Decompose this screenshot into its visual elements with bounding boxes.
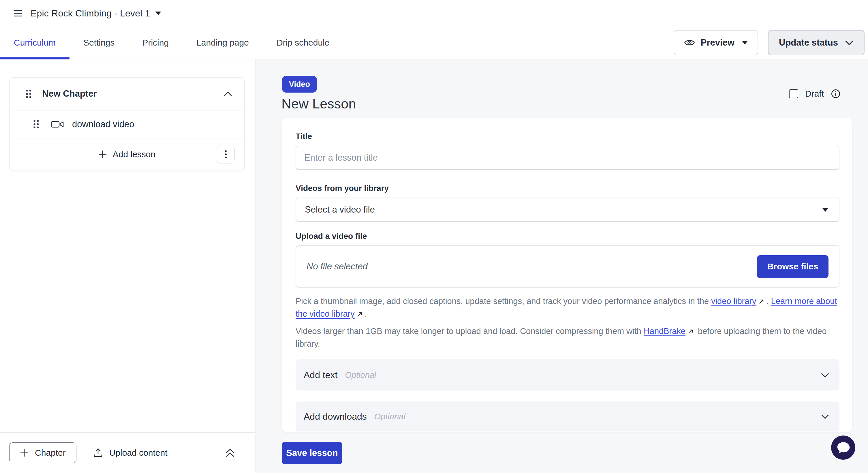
add-downloads-accordion[interactable]: Add downloads Optional — [296, 402, 839, 432]
upload-field-label: Upload a video file — [296, 231, 839, 241]
help-text-segment: Videos larger than 1GB may take longer t… — [296, 326, 644, 336]
chevron-down-icon — [820, 372, 830, 378]
chevron-up-icon[interactable] — [223, 91, 232, 97]
chapter-card: New Chapter download video — [9, 77, 245, 170]
sidebar-footer: Chapter Upload content — [0, 432, 255, 473]
chapter-options-button[interactable] — [217, 145, 235, 164]
video-camera-icon — [51, 120, 64, 129]
plus-icon — [20, 448, 29, 457]
tab-landing-page[interactable]: Landing page — [183, 27, 263, 59]
course-title[interactable]: Epic Rock Climbing - Level 1 — [31, 8, 150, 19]
external-link-icon — [758, 298, 765, 305]
top-bar: Epic Rock Climbing - Level 1 — [0, 0, 868, 27]
lesson-editor-panel: Video New Lesson Draft Title Videos from… — [255, 59, 868, 473]
tab-pricing[interactable]: Pricing — [128, 27, 183, 59]
course-dropdown-caret-icon[interactable] — [155, 11, 161, 15]
lesson-type-badge: Video — [282, 76, 317, 93]
lesson-title-input[interactable] — [296, 146, 839, 170]
preview-caret-icon — [742, 41, 748, 44]
curriculum-sidebar: New Chapter download video — [0, 59, 255, 473]
chapter-footer-row: Add lesson — [9, 138, 244, 170]
select-caret-icon — [822, 208, 829, 212]
add-lesson-label: Add lesson — [113, 149, 155, 159]
tab-curriculum[interactable]: Curriculum — [0, 27, 69, 59]
library-field-label: Videos from your library — [296, 184, 839, 193]
plus-icon — [98, 150, 107, 159]
add-chapter-button[interactable]: Chapter — [9, 442, 76, 463]
help-text-segment: . — [766, 296, 771, 306]
title-field-label: Title — [296, 132, 839, 141]
external-link-icon — [357, 311, 363, 317]
file-status-text: No file selected — [307, 261, 368, 272]
lesson-form-card: Title Videos from your library Select a … — [282, 118, 852, 432]
draft-checkbox[interactable] — [789, 89, 798, 98]
tab-bar: Curriculum Settings Pricing Landing page… — [0, 27, 868, 59]
upload-dropzone[interactable]: No file selected Browse files — [296, 246, 839, 288]
add-downloads-optional-hint: Optional — [374, 412, 405, 421]
info-icon[interactable] — [831, 89, 841, 99]
drag-handle-icon[interactable] — [26, 89, 32, 99]
add-lesson-button[interactable]: Add lesson — [98, 149, 155, 159]
add-downloads-label: Add downloads — [304, 411, 367, 422]
preview-button-label: Preview — [701, 37, 735, 48]
save-lesson-button[interactable]: Save lesson — [282, 442, 342, 464]
update-status-button-label: Update status — [779, 37, 838, 48]
help-text-segment: . — [365, 309, 367, 318]
upload-content-label: Upload content — [109, 448, 167, 458]
add-chapter-label: Chapter — [35, 448, 66, 458]
preview-button[interactable]: Preview — [674, 30, 758, 55]
upload-content-button[interactable]: Upload content — [93, 448, 167, 458]
page-title: New Lesson — [281, 96, 356, 112]
drag-handle-icon[interactable] — [33, 119, 39, 129]
add-text-label: Add text — [304, 370, 337, 380]
chevron-down-icon — [820, 414, 830, 419]
video-library-select-value: Select a video file — [305, 204, 375, 215]
draft-label: Draft — [805, 89, 824, 99]
video-library-help-text: Pick a thumbnail image, add closed capti… — [296, 295, 841, 320]
tab-settings[interactable]: Settings — [69, 27, 128, 59]
chapter-header[interactable]: New Chapter — [9, 77, 244, 110]
update-status-button[interactable]: Update status — [768, 30, 865, 55]
add-text-accordion[interactable]: Add text Optional — [296, 359, 839, 390]
upload-icon — [93, 448, 103, 458]
chevron-down-icon — [845, 40, 854, 45]
large-video-help-text: Videos larger than 1GB may take longer t… — [296, 325, 841, 350]
kebab-icon — [225, 150, 227, 159]
chapter-title: New Chapter — [42, 89, 223, 99]
lesson-title: download video — [72, 119, 134, 129]
eye-icon — [684, 39, 695, 47]
chat-widget-button[interactable] — [831, 436, 855, 460]
video-library-link[interactable]: video library — [711, 296, 756, 306]
browse-files-button[interactable]: Browse files — [757, 255, 829, 278]
collapse-all-chapters-icon[interactable] — [225, 448, 235, 458]
hamburger-menu-icon[interactable] — [11, 7, 24, 19]
lesson-row[interactable]: download video — [9, 110, 244, 138]
video-library-select[interactable]: Select a video file — [296, 197, 839, 222]
draft-toggle-row: Draft — [789, 89, 841, 99]
handbrake-link[interactable]: HandBrake — [644, 326, 685, 336]
tab-drip-schedule[interactable]: Drip schedule — [263, 27, 343, 59]
external-link-icon — [688, 328, 694, 335]
add-text-optional-hint: Optional — [345, 370, 376, 380]
help-text-segment: Pick a thumbnail image, add closed capti… — [296, 296, 711, 306]
